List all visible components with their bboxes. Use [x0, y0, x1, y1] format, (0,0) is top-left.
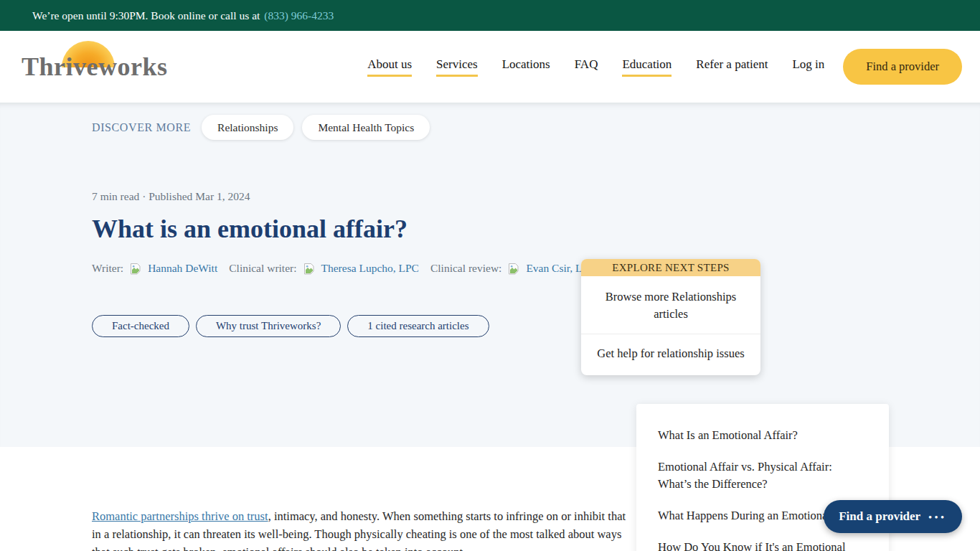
floating-find-a-provider-button[interactable]: Find a provider •••	[824, 500, 962, 533]
next-steps-title: EXPLORE NEXT STEPS	[581, 259, 760, 276]
toc-item-2[interactable]: Emotional Affair vs. Physical Affair: Wh…	[658, 458, 867, 493]
broken-image-icon	[508, 263, 519, 275]
find-a-provider-button[interactable]: Find a provider	[843, 49, 962, 85]
writer-role-label: Writer:	[92, 262, 123, 275]
nav-item-about-us[interactable]: About us	[367, 57, 412, 77]
nav-item-education[interactable]: Education	[622, 57, 672, 77]
explore-next-steps-card: EXPLORE NEXT STEPS Browse more Relations…	[581, 259, 760, 375]
intro-link[interactable]: Romantic partnerships thrive on trust	[92, 509, 268, 523]
nav-item-faq[interactable]: FAQ	[575, 57, 598, 75]
nav-item-services[interactable]: Services	[436, 57, 478, 77]
phone-link[interactable]: (833) 966-4233	[264, 9, 334, 22]
site-header: Thriveworks About us Services Locations …	[0, 31, 980, 103]
clinical-writer-role-label: Clinical writer:	[229, 262, 296, 275]
browse-relationships-link[interactable]: Browse more Relationships articles	[581, 276, 760, 334]
nav-item-refer-a-patient[interactable]: Refer a patient	[696, 57, 768, 75]
article-meta: 7 min read · Published Mar 1, 2024	[92, 190, 980, 203]
announcement-bar: We’re open until 9:30PM. Book online or …	[0, 0, 980, 31]
article-hero: DISCOVER MORE Relationships Mental Healt…	[0, 103, 980, 447]
breadcrumb: DISCOVER MORE Relationships Mental Healt…	[92, 115, 980, 140]
byline-clinical-writer: Clinical writer: Theresa Lupcho, LPC	[229, 262, 419, 275]
nav-item-log-in[interactable]: Log in	[792, 57, 824, 75]
clinical-writer-name-link[interactable]: Theresa Lupcho, LPC	[321, 262, 419, 275]
tag-mental-health-topics[interactable]: Mental Health Topics	[302, 115, 430, 140]
page: We’re open until 9:30PM. Book online or …	[0, 0, 980, 551]
clinical-review-role-label: Clinical review:	[430, 262, 501, 275]
why-trust-button[interactable]: Why trust Thriveworks?	[196, 315, 341, 337]
byline: Writer: Hannah DeWitt Clinical writer: T…	[92, 262, 980, 275]
floating-cta-label: Find a provider	[839, 509, 920, 524]
page-title: What is an emotional affair?	[92, 213, 980, 245]
main-nav: About us Services Locations FAQ Educatio…	[367, 57, 824, 77]
toc-item-1[interactable]: What Is an Emotional Affair?	[658, 427, 867, 444]
fact-checked-button[interactable]: Fact-checked	[92, 315, 189, 337]
byline-writer: Writer: Hannah DeWitt	[92, 262, 217, 275]
discover-more-label[interactable]: DISCOVER MORE	[92, 121, 191, 134]
open-hours-message: We’re open until 9:30PM. Book online or …	[32, 9, 260, 22]
get-help-link[interactable]: Get help for relationship issues	[581, 334, 760, 375]
byline-clinical-review: Clinical review: Evan Csir, LPC	[430, 262, 596, 275]
nav-item-locations[interactable]: Locations	[502, 57, 550, 75]
tag-relationships[interactable]: Relationships	[202, 115, 293, 140]
ellipsis-dots-icon: •••	[928, 512, 947, 523]
thriveworks-logo[interactable]: Thriveworks	[22, 52, 168, 82]
trust-badges: Fact-checked Why trust Thriveworks? 1 ci…	[92, 315, 980, 337]
cited-research-button[interactable]: 1 cited research articles	[347, 315, 489, 337]
broken-image-icon	[130, 263, 141, 275]
intro-paragraph: Romantic partnerships thrive on trust, i…	[92, 507, 628, 551]
logo-text: Thriveworks	[22, 52, 168, 81]
broken-image-icon	[303, 263, 315, 275]
writer-name-link[interactable]: Hannah DeWitt	[148, 262, 217, 275]
toc-item-4[interactable]: How Do You Know if It's an Emotional	[658, 539, 867, 551]
